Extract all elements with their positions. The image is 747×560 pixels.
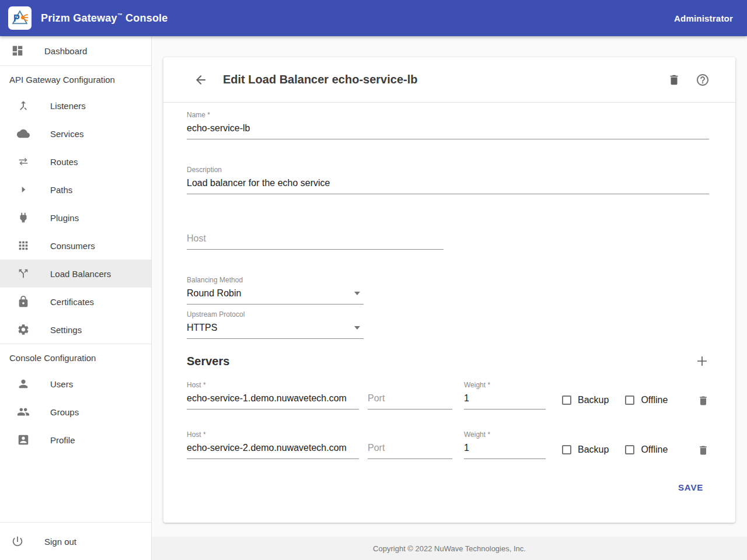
description-field-block: Description (187, 166, 709, 194)
sidebar-item-profile[interactable]: Profile (0, 426, 151, 454)
server-weight-input[interactable] (464, 443, 546, 459)
offline-checkbox-label: Offline (641, 395, 668, 405)
servers-section-header: Servers (187, 354, 709, 368)
svg-text:P: P (13, 13, 20, 23)
sign-out-button[interactable]: Sign out (0, 523, 151, 560)
power-icon (11, 534, 25, 548)
sidebar-item-label: Load Balancers (50, 269, 111, 279)
dashboard-icon (11, 44, 25, 58)
name-field-label: Name * (187, 111, 709, 119)
card-header: Edit Load Balancer echo-service-lb (163, 57, 735, 103)
backup-checkbox-label: Backup (578, 395, 609, 405)
backup-checkbox[interactable] (562, 396, 571, 405)
sidebar-item-routes[interactable]: Routes (0, 148, 151, 176)
delete-server-button[interactable] (697, 395, 709, 407)
card-body: Name * Description Balancing Method Roun… (163, 111, 735, 523)
name-field-block: Name * (187, 111, 709, 139)
sidebar-item-label: Settings (50, 325, 82, 335)
dropdown-arrow-icon (354, 326, 360, 330)
host-field-block (187, 233, 444, 250)
delete-server-button[interactable] (697, 444, 709, 456)
server-port-field (368, 393, 452, 410)
server-weight-label: Weight * (464, 430, 546, 439)
page-footer: Copyright © 2022 NuWave Technologies, In… (152, 537, 747, 560)
power-plug-icon (16, 211, 30, 225)
trash-icon (697, 395, 709, 407)
plus-icon (695, 354, 709, 368)
app-bar: P Prizm Gateway™ Console Administrator (0, 0, 747, 36)
people-icon (16, 405, 30, 419)
save-button[interactable]: SAVE (673, 479, 708, 496)
name-input[interactable] (187, 123, 709, 139)
servers-heading: Servers (187, 355, 229, 368)
server-host-input[interactable] (187, 443, 359, 459)
sidebar-item-settings[interactable]: Settings (0, 316, 151, 344)
server-port-input[interactable] (368, 393, 452, 410)
sidebar-item-consumers[interactable]: Consumers (0, 232, 151, 260)
edit-load-balancer-card: Edit Load Balancer echo-service-lb Name … (163, 57, 735, 523)
upstream-protocol-label: Upstream Protocol (187, 310, 364, 318)
description-input[interactable] (187, 178, 709, 194)
sidebar-item-listeners[interactable]: Listeners (0, 92, 151, 120)
server-weight-label: Weight * (464, 381, 546, 389)
person-icon (16, 377, 30, 391)
add-server-button[interactable] (695, 354, 709, 368)
offline-checkbox-group[interactable]: Offline (625, 395, 668, 405)
offline-checkbox[interactable] (625, 396, 634, 405)
backup-checkbox[interactable] (562, 445, 571, 454)
balancing-method-label: Balancing Method (187, 276, 364, 284)
swap-horiz-icon (16, 155, 30, 169)
backup-checkbox-label: Backup (578, 444, 609, 455)
upstream-protocol-select[interactable]: HTTPS (187, 323, 364, 339)
server-host-input[interactable] (187, 393, 359, 410)
call-merge-icon (16, 99, 30, 113)
server-weight-input[interactable] (464, 393, 546, 410)
sidebar-item-label: Routes (50, 157, 78, 167)
account-box-icon (16, 433, 30, 447)
header-actions (668, 73, 710, 87)
apps-grid-icon (16, 239, 30, 253)
offline-checkbox-group[interactable]: Offline (625, 444, 668, 455)
help-button[interactable] (696, 73, 710, 87)
sidebar-section-console-config: Console Configuration (0, 344, 151, 370)
sidebar-item-label: Users (50, 379, 73, 389)
call-split-icon (16, 267, 30, 281)
sidebar-item-label: Paths (50, 185, 72, 195)
gear-icon (16, 323, 30, 337)
sidebar: Dashboard API Gateway Configuration List… (0, 36, 152, 560)
backup-checkbox-group[interactable]: Backup (562, 444, 609, 455)
trademark-symbol: ™ (117, 12, 123, 18)
back-button[interactable] (194, 73, 208, 87)
upstream-protocol-field: Upstream Protocol HTTPS (187, 310, 364, 339)
server-host-field: Host * (187, 381, 359, 410)
server-host-label: Host * (187, 430, 359, 439)
server-row: Host * Weight * Backup Offline (187, 430, 709, 459)
delete-load-balancer-button[interactable] (668, 74, 680, 86)
sidebar-item-certificates[interactable]: Certificates (0, 288, 151, 316)
trash-icon (668, 74, 680, 86)
page-title: Edit Load Balancer echo-service-lb (223, 73, 417, 86)
description-field-label: Description (187, 166, 709, 174)
user-menu[interactable]: Administrator (674, 13, 733, 23)
sidebar-spacer (0, 454, 151, 522)
sidebar-item-paths[interactable]: Paths (0, 176, 151, 204)
sidebar-item-load-balancers[interactable]: Load Balancers (0, 260, 151, 288)
offline-checkbox[interactable] (625, 445, 634, 454)
server-port-input[interactable] (368, 443, 452, 459)
balancing-method-value: Round Robin (187, 288, 241, 299)
sidebar-item-services[interactable]: Services (0, 120, 151, 148)
sign-out-label: Sign out (44, 537, 76, 547)
backup-checkbox-group[interactable]: Backup (562, 395, 609, 405)
app-title-suffix: Console (123, 12, 168, 24)
sidebar-item-users[interactable]: Users (0, 370, 151, 398)
balancing-method-select[interactable]: Round Robin (187, 288, 364, 304)
sidebar-item-dashboard[interactable]: Dashboard (0, 36, 151, 65)
app-title: Prizm Gateway™ Console (41, 12, 167, 24)
server-port-field (368, 443, 452, 459)
host-input[interactable] (187, 233, 444, 250)
sidebar-item-groups[interactable]: Groups (0, 398, 151, 426)
prizm-logo-icon: P (10, 8, 30, 28)
sidebar-item-label: Dashboard (44, 46, 87, 56)
sidebar-item-plugins[interactable]: Plugins (0, 204, 151, 232)
sidebar-item-label: Listeners (50, 101, 86, 111)
